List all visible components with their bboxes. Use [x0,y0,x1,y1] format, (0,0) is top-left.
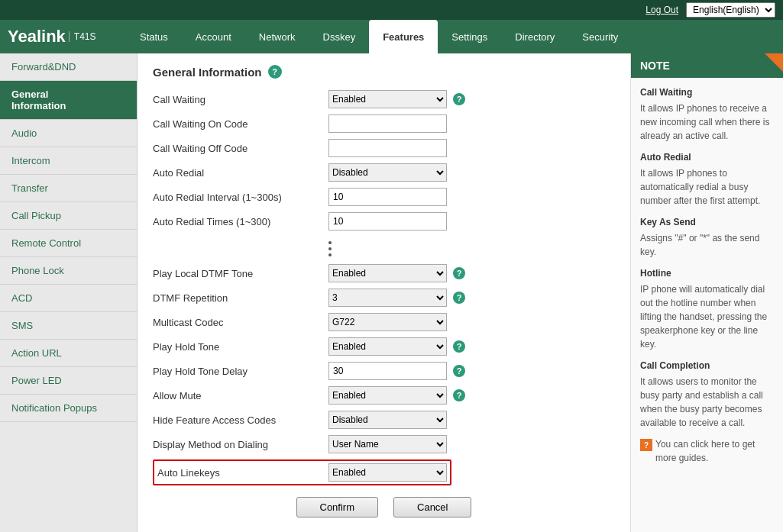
note-content: Call Waiting It allows IP phones to rece… [631,78,783,472]
dot-1 [328,241,332,244]
field-play-hold-tone-delay: Play Hold Tone Delay ? [153,362,615,380]
label-auto-redial: Auto Redial [153,167,328,179]
label-display-method-on-dialing: Display Method on Dialing [153,439,328,450]
tab-dsskey[interactable]: Dsskey [309,20,370,53]
label-auto-redial-interval: Auto Redial Interval (1~300s) [153,192,328,203]
note-section-call-completion: Call Completion It allows users to monit… [640,359,774,430]
cancel-button[interactable]: Cancel [393,497,471,517]
note-section-auto-redial: Auto Redial It allows IP phones to autom… [640,150,774,208]
tab-security[interactable]: Security [568,20,632,53]
field-call-waiting-on-code: Call Waiting On Code [153,114,615,133]
sidebar-item-general-information[interactable]: GeneralInformation [0,81,137,120]
note-header: NOTE [631,53,783,78]
help-play-hold-tone[interactable]: ? [453,340,465,353]
field-play-local-dtmf: Play Local DTMF Tone EnabledDisabled ? [153,264,615,282]
field-display-method-on-dialing: Display Method on Dialing User NamePhone… [153,435,615,453]
field-auto-redial: Auto Redial DisabledEnabled [153,163,615,182]
tab-features[interactable]: Features [369,20,438,53]
note-panel: NOTE Call Waiting It allows IP phones to… [630,53,783,532]
note-text-hotline: IP phone will automatically dial out the… [640,282,774,351]
field-dtmf-repetition: DTMF Repetition 3125 ? [153,289,615,307]
sidebar-item-power-led[interactable]: Power LED [0,367,137,395]
select-multicast-codec[interactable]: G722G711uG711a [328,313,447,331]
field-call-waiting: Call Waiting EnabledDisabled ? [153,90,615,108]
label-allow-mute: Allow Mute [153,390,328,401]
tab-account[interactable]: Account [182,20,245,53]
select-play-hold-tone[interactable]: EnabledDisabled [328,337,447,356]
sidebar-item-phone-lock[interactable]: Phone Lock [0,257,137,285]
field-auto-linekeys: Auto Linekeys EnabledDisabled [153,459,451,485]
sidebar-item-notification-popups[interactable]: Notification Popups [0,395,137,422]
sidebar-item-audio[interactable]: Audio [0,120,137,147]
note-title-auto-redial: Auto Redial [640,150,774,164]
select-display-method-on-dialing[interactable]: User NamePhone Number [328,435,447,453]
language-select[interactable]: English(English) [686,2,775,18]
select-call-waiting[interactable]: EnabledDisabled [328,90,447,108]
help-call-waiting[interactable]: ? [453,93,465,105]
nav-tabs: Status Account Network Dsskey Features S… [126,20,632,53]
label-hide-feature-access-codes: Hide Feature Access Codes [153,414,328,426]
note-link-icon: ? [640,439,652,451]
label-multicast-codec: Multicast Codec [153,317,328,328]
sidebar-item-call-pickup[interactable]: Call Pickup [0,202,137,230]
field-allow-mute: Allow Mute EnabledDisabled ? [153,386,615,405]
button-row: Confirm Cancel [153,497,615,525]
tab-settings[interactable]: Settings [438,20,501,53]
label-auto-linekeys: Auto Linekeys [157,467,328,479]
select-auto-linekeys[interactable]: EnabledDisabled [328,463,447,482]
tab-network[interactable]: Network [245,20,309,53]
dot-3 [328,253,332,256]
note-text-key-as-send: Assigns "#" or "*" as the send key. [640,231,774,259]
note-title-key-as-send: Key As Send [640,215,774,229]
note-title-hotline: Hotline [640,266,774,280]
help-allow-mute[interactable]: ? [453,389,465,401]
sidebar-item-sms[interactable]: SMS [0,312,137,340]
sidebar-item-intercom[interactable]: Intercom [0,147,137,175]
label-play-hold-tone-delay: Play Hold Tone Delay [153,366,328,377]
label-dtmf-repetition: DTMF Repetition [153,292,328,304]
input-auto-redial-times[interactable] [328,212,447,231]
label-play-local-dtmf: Play Local DTMF Tone [153,268,328,279]
select-allow-mute[interactable]: EnabledDisabled [328,386,447,405]
section-help-icon[interactable]: ? [268,65,282,79]
label-call-waiting: Call Waiting [153,94,328,105]
confirm-button[interactable]: Confirm [296,497,379,517]
select-play-local-dtmf[interactable]: EnabledDisabled [328,264,447,282]
note-link[interactable]: ? You can click here to get more guides. [640,437,774,465]
field-play-hold-tone: Play Hold Tone EnabledDisabled ? [153,337,615,356]
sidebar-item-action-url[interactable]: Action URL [0,340,137,367]
note-corner [765,53,783,72]
select-dtmf-repetition[interactable]: 3125 [328,289,447,307]
note-title-call-waiting: Call Waiting [640,85,774,99]
field-call-waiting-off-code: Call Waiting Off Code [153,139,615,157]
help-dtmf-repetition[interactable]: ? [453,292,465,304]
sidebar-item-acd[interactable]: ACD [0,285,137,312]
sidebar-item-transfer[interactable]: Transfer [0,175,137,202]
label-call-waiting-on-code: Call Waiting On Code [153,118,328,130]
field-multicast-codec: Multicast Codec G722G711uG711a [153,313,615,331]
select-auto-redial[interactable]: DisabledEnabled [328,163,447,182]
note-section-key-as-send: Key As Send Assigns "#" or "*" as the se… [640,215,774,259]
select-hide-feature-access-codes[interactable]: DisabledEnabled [328,411,447,429]
logo: Yealink T41S [8,20,126,53]
input-play-hold-tone-delay[interactable] [328,362,447,380]
label-auto-redial-times: Auto Redial Times (1~300) [153,216,328,227]
note-text-auto-redial: It allows IP phones to automatically red… [640,166,774,208]
input-call-waiting-on-code[interactable] [328,114,447,133]
tab-status[interactable]: Status [126,20,182,53]
note-link-text[interactable]: You can click here to get more guides. [655,437,774,465]
field-auto-redial-times: Auto Redial Times (1~300) [153,212,615,231]
label-call-waiting-off-code: Call Waiting Off Code [153,143,328,154]
logout-button[interactable]: Log Out [645,5,678,15]
field-hide-feature-access-codes: Hide Feature Access Codes DisabledEnable… [153,411,615,429]
sidebar-item-remote-control[interactable]: Remote Control [0,230,137,257]
sidebar: Forward&DND GeneralInformation Audio Int… [0,53,138,532]
input-call-waiting-off-code[interactable] [328,139,447,157]
field-auto-redial-interval: Auto Redial Interval (1~300s) [153,188,615,206]
sidebar-item-forward-dnd[interactable]: Forward&DND [0,53,137,81]
help-play-local-dtmf[interactable]: ? [453,267,465,279]
tab-directory[interactable]: Directory [501,20,568,53]
help-play-hold-tone-delay[interactable]: ? [453,365,465,377]
note-title-call-completion: Call Completion [640,359,774,372]
input-auto-redial-interval[interactable] [328,188,447,206]
